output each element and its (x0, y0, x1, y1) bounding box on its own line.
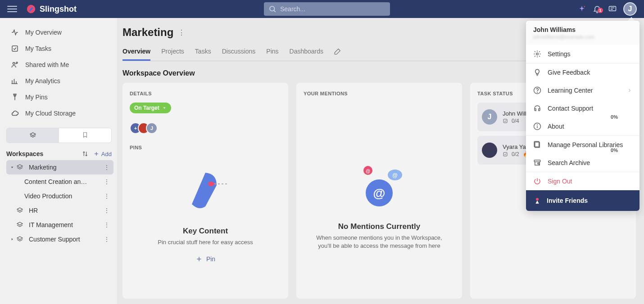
search-icon (268, 5, 277, 13)
layers-icon (16, 236, 25, 243)
tab-dashboards[interactable]: Dashboards (290, 44, 324, 61)
svg-point-38 (537, 92, 538, 93)
more-icon[interactable]: ⋮ (104, 221, 110, 228)
notification-badge: 1 (598, 8, 603, 13)
workspace-customer-support[interactable]: Customer Support ⋮ (6, 232, 113, 246)
svg-marker-17 (11, 167, 14, 168)
search-input-wrap (264, 2, 390, 16)
chevron-right-icon (10, 237, 16, 241)
power-icon (533, 177, 541, 185)
svg-text:@: @ (392, 172, 398, 179)
more-icon[interactable]: ⋮ (104, 192, 110, 200)
hamburger-menu[interactable] (7, 4, 17, 14)
workspace-hr[interactable]: HR ⋮ (6, 203, 113, 218)
mentions-card: YOUR MENTIONS @@@ No Mentions Currently … (296, 83, 462, 299)
sparkle-icon[interactable] (577, 4, 586, 13)
brand-label: Slingshot (40, 4, 77, 14)
archive-icon (533, 159, 541, 167)
svg-marker-14 (30, 133, 36, 136)
headset-icon (533, 104, 541, 112)
svg-line-2 (274, 10, 275, 12)
page-menu-icon[interactable]: ⋮ (178, 28, 185, 37)
cloud-icon (11, 109, 20, 117)
details-label: DETAILS (130, 91, 281, 96)
member-avatar[interactable]: J (146, 122, 158, 134)
checkbox-icon (503, 152, 508, 157)
pin-icon (11, 93, 20, 101)
dd-feedback[interactable]: Give Feedback (526, 63, 639, 81)
add-workspace-button[interactable]: Add (93, 151, 112, 157)
dd-settings[interactable]: Settings (526, 45, 639, 63)
checkbox-icon (503, 118, 508, 124)
pin-button[interactable]: Pin (195, 255, 215, 263)
dd-signout[interactable]: Sign Out (526, 172, 639, 190)
mention-illustration: @@@ (313, 155, 446, 218)
tab-tasks[interactable]: Tasks (195, 44, 211, 61)
svg-marker-18 (17, 165, 23, 168)
nav-my-tasks[interactable]: My Tasks (6, 40, 113, 57)
chart-icon (11, 77, 20, 85)
sidebar-view-toggle (6, 128, 112, 143)
workspace-video-production[interactable]: Video Production ⋮ (6, 189, 113, 203)
task-count: 0/2 (512, 151, 519, 157)
more-icon[interactable]: ⋮ (104, 236, 110, 243)
workspace-it[interactable]: IT Management ⋮ (6, 218, 113, 232)
toggle-bookmark[interactable] (59, 128, 111, 143)
activity-icon (11, 28, 20, 36)
nav-shared-with-me[interactable]: Shared with Me (6, 57, 113, 73)
workspace-marketing[interactable]: Marketing ⋮ (6, 160, 113, 174)
gear-icon (533, 50, 541, 58)
pins-empty-title: Key Content (139, 227, 272, 236)
checklist-icon (11, 45, 20, 53)
search-input[interactable] (264, 2, 390, 16)
sort-icon[interactable] (82, 150, 89, 157)
chat-icon[interactable] (608, 4, 617, 13)
svg-rect-6 (12, 46, 18, 51)
svg-line-46 (539, 164, 540, 165)
tab-projects[interactable]: Projects (161, 44, 184, 61)
nav-my-overview[interactable]: My Overview (6, 24, 113, 40)
svg-marker-21 (12, 238, 13, 241)
info-icon (533, 122, 541, 130)
svg-rect-3 (609, 6, 616, 11)
toggle-layers[interactable] (7, 128, 59, 143)
brand: Slingshot (26, 4, 77, 14)
user-avatar: J (482, 109, 497, 125)
svg-point-24 (208, 182, 214, 186)
status-pill[interactable]: On Target (130, 103, 171, 113)
edit-tabs-icon[interactable] (334, 44, 341, 61)
tab-overview[interactable]: Overview (122, 44, 150, 61)
workspace-content-creation[interactable]: Content Creation an… ⋮ (6, 174, 113, 189)
dd-invite[interactable]: Invite Friends (526, 190, 639, 211)
dd-libraries[interactable]: Manage Personal Libraries (526, 136, 639, 154)
layers-icon (16, 221, 25, 228)
bell-icon[interactable]: 1 (593, 4, 602, 13)
tab-pins[interactable]: Pins (266, 44, 278, 61)
svg-point-41 (537, 125, 538, 125)
dd-support[interactable]: Contact Support (526, 99, 639, 117)
sidebar: My Overview My Tasks Shared with Me My A… (0, 18, 117, 304)
more-icon[interactable]: ⋮ (104, 164, 110, 171)
svg-point-7 (13, 63, 15, 65)
nav-my-analytics[interactable]: My Analytics (6, 73, 113, 89)
svg-marker-23 (163, 107, 165, 109)
tab-discussions[interactable]: Discussions (222, 44, 256, 61)
svg-point-47 (536, 198, 539, 201)
svg-marker-19 (17, 208, 23, 211)
avatar-menu-trigger[interactable]: J (623, 2, 637, 16)
dropdown-user-email: johnwilliams@example.com (533, 34, 632, 40)
dd-archive[interactable]: Search Archive (526, 154, 639, 172)
user-avatar (482, 143, 497, 158)
nav-my-cloud[interactable]: My Cloud Storage (6, 105, 113, 121)
nav-my-pins[interactable]: My Pins (6, 89, 113, 105)
more-icon[interactable]: ⋮ (104, 207, 110, 214)
pins-empty-sub: Pin crucial stuff here for easy access (139, 238, 272, 246)
svg-point-45 (538, 163, 539, 164)
dd-learning[interactable]: Learning Center (526, 81, 639, 99)
user-dropdown: John Williams johnwilliams@example.com S… (526, 21, 639, 211)
svg-marker-20 (17, 222, 23, 225)
pins-label: PINS (130, 145, 281, 150)
dd-about[interactable]: About (526, 117, 639, 135)
lightbulb-icon (533, 68, 541, 76)
more-icon[interactable]: ⋮ (104, 178, 110, 185)
